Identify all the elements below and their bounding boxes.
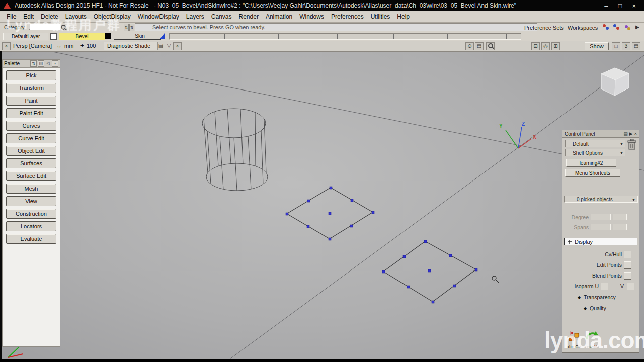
window-controls: – □ × <box>604 2 644 10</box>
workspaces-button[interactable]: Workspaces <box>568 25 598 31</box>
cp-list-icon[interactable]: ▤ <box>623 131 628 136</box>
palette-collapse-icon[interactable]: ◁ <box>45 60 51 66</box>
layer-strip[interactable] <box>169 33 521 40</box>
cp-expand-icon[interactable]: ▶ <box>629 131 633 136</box>
diagnostic-shade-tab[interactable]: Diagnostic Shade <box>104 42 158 50</box>
minimize-icon[interactable]: – <box>604 2 608 10</box>
title-bar: Autodesk Alias Design 2015 HF1 - Not For… <box>0 0 644 11</box>
square-curve-2[interactable] <box>382 240 477 303</box>
shelf-toggle-icon[interactable] <box>624 24 631 31</box>
orbit-icon[interactable]: ◎ <box>541 42 550 50</box>
axis-z-label: Z <box>522 121 525 127</box>
blend-points-checkbox[interactable] <box>624 272 631 280</box>
isoparm-v-checkbox[interactable] <box>627 283 634 290</box>
palette-item-curves[interactable]: Curves <box>6 121 56 131</box>
palette-item-object-edit[interactable]: Object Edit <box>6 146 56 156</box>
menu-animation[interactable]: Animation <box>262 13 296 20</box>
layer-visibility-checkbox[interactable] <box>50 33 57 40</box>
cv-hull-checkbox[interactable] <box>624 251 631 258</box>
close-icon[interactable]: × <box>632 2 636 10</box>
shade-close-icon[interactable]: × <box>173 42 182 50</box>
trash-icon[interactable] <box>627 139 636 153</box>
menu-render[interactable]: Render <box>235 13 262 20</box>
shade-list-icon[interactable]: ▤ <box>157 42 165 49</box>
palette-item-view[interactable]: View <box>6 196 56 206</box>
menu-layers[interactable]: Layers <box>183 13 208 20</box>
prompt-history-icon[interactable]: ⇅ <box>124 24 129 31</box>
camera-label[interactable]: Persp [Camera] <box>13 43 52 49</box>
palette-item-pick[interactable]: Pick <box>6 70 56 80</box>
letterbox-left <box>0 51 2 359</box>
viewport-close-icon[interactable]: × <box>2 42 11 50</box>
palette-item-paint[interactable]: Paint <box>6 96 56 106</box>
prompt-options-icon[interactable]: ⇅ <box>129 24 134 31</box>
show-button[interactable]: Show <box>585 42 609 50</box>
palette-item-evaluate[interactable]: Evaluate <box>6 234 56 244</box>
pan-grid-icon[interactable]: ⊞ <box>551 42 560 50</box>
spans-field-2[interactable] <box>613 224 627 230</box>
default-layer-button[interactable]: DefaultLayer <box>3 33 48 40</box>
frame-number-box[interactable]: 3 <box>622 42 630 50</box>
menu-windows[interactable]: Windows <box>296 13 328 20</box>
preference-sets-button[interactable]: Preference Sets <box>524 25 564 31</box>
frame-bounds-icon[interactable]: □ <box>612 42 620 50</box>
mini-axis-indicator <box>8 346 23 357</box>
isoparm-u-checkbox[interactable] <box>601 283 608 290</box>
skin-layer-corner-icon <box>160 33 165 39</box>
menu-help[interactable]: Help <box>393 13 413 20</box>
zoom-tool-icon[interactable] <box>486 42 495 50</box>
palette-item-mesh[interactable]: Mesh <box>6 184 56 194</box>
menu-utilities[interactable]: Utilities <box>367 13 394 20</box>
display-section-header[interactable]: Display <box>564 238 637 245</box>
view-cube[interactable] <box>601 68 629 96</box>
maximize-icon[interactable]: □ <box>618 2 622 10</box>
edit-points-checkbox[interactable] <box>624 261 631 269</box>
palette-close-icon[interactable]: × <box>52 60 58 67</box>
fit-view-icon[interactable]: ⊡ <box>531 42 540 50</box>
bevel-layer-button[interactable]: Bevel <box>59 33 105 40</box>
menu-windowdisplay[interactable]: WindowDisplay <box>134 13 183 20</box>
palette-swap-icon[interactable]: ⇅ <box>30 60 37 67</box>
palette-item-surfaces[interactable]: Surfaces <box>6 158 56 168</box>
spans-field-1[interactable] <box>591 224 611 230</box>
palette-list-icon[interactable]: ▤ <box>38 60 44 67</box>
cp-close-icon[interactable]: × <box>634 131 637 136</box>
resize-icon[interactable]: ↔ <box>56 43 62 49</box>
palette-item-locators[interactable]: Locators <box>6 221 56 231</box>
quality-expand-icon[interactable]: ◆ <box>584 306 587 311</box>
menu-canvas[interactable]: Canvas <box>208 13 235 20</box>
menu-shortcuts-button[interactable]: Menu Shortcuts <box>565 169 620 177</box>
camera-view-icon[interactable]: ⊙ <box>465 42 474 50</box>
skin-layer-button[interactable]: Skin <box>114 33 166 40</box>
picked-objects-bar[interactable]: 0 picked objects▼ <box>564 196 638 203</box>
palette-item-transform[interactable]: Transform <box>6 83 56 93</box>
control-panel-header: Control Panel ▤ ▶ × <box>562 130 639 138</box>
degree-field-1[interactable] <box>591 214 611 220</box>
snapshot-icon[interactable]: ▤ <box>475 42 484 50</box>
shade-dropdown-icon[interactable]: ▽ <box>165 42 173 49</box>
marking-menu-icon[interactable] <box>603 24 610 31</box>
spans-label: Spans <box>562 224 589 230</box>
palette-item-surface-edit[interactable]: Surface Edit <box>6 171 56 181</box>
palette-item-construction[interactable]: Construction <box>6 209 56 219</box>
menu-preferences[interactable]: Preferences <box>328 13 367 20</box>
cylinder-wireframe[interactable] <box>202 109 268 191</box>
layers-stack-icon[interactable]: ▤ <box>632 42 640 50</box>
crosshair-icon[interactable]: + <box>80 42 84 48</box>
shelf-tab-learning[interactable]: learning#2 <box>566 159 616 167</box>
palette-item-curve-edit[interactable]: Curve Edit <box>6 133 56 143</box>
shelf-select-dropdown[interactable]: Default▼ <box>565 140 625 147</box>
edit-points-2 <box>382 240 477 303</box>
square-curve-1[interactable] <box>286 187 374 240</box>
layer-color-chip[interactable] <box>105 33 111 39</box>
palette-item-paint-edit[interactable]: Paint Edit <box>6 108 56 118</box>
transparency-expand-icon[interactable]: ◆ <box>578 295 581 300</box>
transparency-label[interactable]: Transparency <box>584 294 616 300</box>
expand-right-icon[interactable]: ▶ <box>635 24 639 30</box>
shelf-options-dropdown[interactable]: Shelf Options▼ <box>565 149 625 156</box>
degree-field-2[interactable] <box>613 214 627 220</box>
quality-label[interactable]: Quality <box>590 305 606 311</box>
hotkeys-icon[interactable] <box>613 24 620 31</box>
autodesk-logo-icon <box>4 3 11 9</box>
viewport-canvas[interactable]: Z X Y <box>2 51 644 359</box>
